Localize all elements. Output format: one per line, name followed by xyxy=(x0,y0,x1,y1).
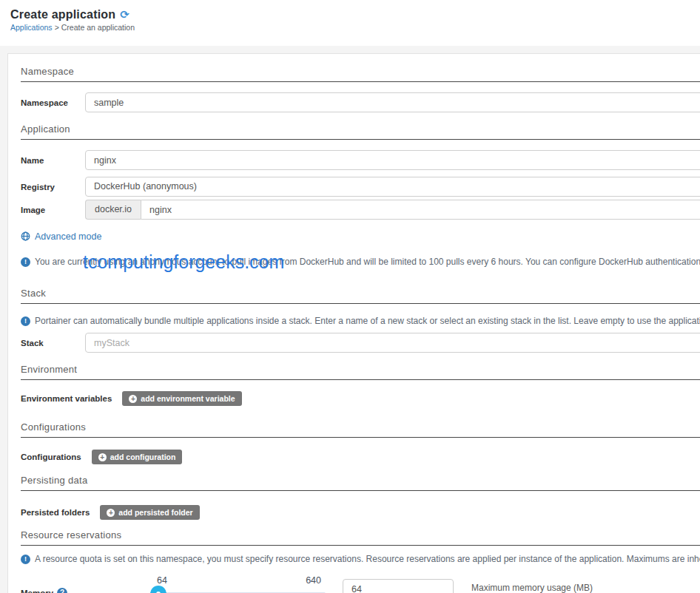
add-configuration-button[interactable]: + add configuration xyxy=(92,450,183,464)
page-title: Create application⟳ xyxy=(10,8,129,21)
page-header: Create application⟳ Applications>Create … xyxy=(0,0,700,46)
add-persisted-folder-button[interactable]: + add persisted folder xyxy=(100,505,199,520)
configurations-row: Configurations + add configuration xyxy=(21,450,700,464)
advanced-mode-link[interactable]: Advanced mode xyxy=(21,231,101,242)
image-input[interactable] xyxy=(141,200,700,220)
configurations-label: Configurations xyxy=(21,453,81,461)
plus-circle-icon: + xyxy=(129,395,137,403)
stack-note: ! Portainer can automatically bundle mul… xyxy=(21,316,700,326)
breadcrumb-current: Create an application xyxy=(61,23,135,32)
memory-slider-max: 640 xyxy=(306,575,321,587)
environment-variables-row: Environment variables + add environment … xyxy=(21,391,700,406)
namespace-input[interactable] xyxy=(85,92,700,112)
stack-note-text: Portainer can automatically bundle multi… xyxy=(35,316,700,326)
memory-help-icon[interactable]: ? xyxy=(57,588,67,593)
registry-label: Registry xyxy=(21,183,85,192)
environment-variables-label: Environment variables xyxy=(21,394,112,403)
image-input-group: docker.io xyxy=(85,200,700,220)
info-icon: ! xyxy=(21,257,30,267)
section-heading-configurations: Configurations xyxy=(21,421,700,438)
globe-icon xyxy=(21,231,30,241)
section-heading-resource-reservations: Resource reservations xyxy=(21,529,700,546)
section-heading-stack: Stack xyxy=(21,288,700,304)
section-heading-application: Application xyxy=(21,123,700,140)
registry-row: Registry DockerHub (anonymous) xyxy=(21,177,700,197)
registry-select[interactable]: DockerHub (anonymous) xyxy=(85,177,700,197)
add-environment-variable-button[interactable]: + add environment variable xyxy=(122,391,241,406)
namespace-label: Namespace xyxy=(21,98,85,107)
memory-value-input[interactable] xyxy=(343,579,454,593)
namespace-row: Namespace xyxy=(21,92,700,112)
watermark-text: tcomputingforgeeks.com xyxy=(83,251,284,273)
name-label: Name xyxy=(21,156,85,165)
plus-circle-icon: + xyxy=(98,453,107,461)
memory-hint: Maximum memory usage (MB) xyxy=(471,575,593,593)
resource-note-text: A resource quota is set on this namespac… xyxy=(35,554,700,564)
breadcrumb-applications-link[interactable]: Applications xyxy=(10,23,53,32)
info-icon: ! xyxy=(21,316,30,326)
info-icon: ! xyxy=(21,555,30,564)
stack-label: Stack xyxy=(21,339,85,348)
plus-circle-icon: + xyxy=(107,509,115,517)
name-row: Name xyxy=(21,150,700,170)
persisted-folders-label: Persisted folders xyxy=(21,508,90,517)
section-heading-persisting-data: Persisting data xyxy=(21,475,700,491)
stack-row: Stack xyxy=(21,333,700,353)
breadcrumb: Applications>Create an application xyxy=(10,23,135,32)
refresh-icon[interactable]: ⟳ xyxy=(120,8,129,21)
create-application-page: Create application⟳ Applications>Create … xyxy=(0,0,700,593)
memory-slider: 64 640 xyxy=(152,575,326,593)
section-heading-environment: Environment xyxy=(21,364,700,380)
image-row: Image docker.io xyxy=(21,200,700,220)
image-label: Image xyxy=(21,206,85,214)
persisted-folders-row: Persisted folders + add persisted folder xyxy=(21,505,700,520)
section-heading-namespace: Namespace xyxy=(21,66,700,82)
image-registry-prefix: docker.io xyxy=(85,200,141,220)
memory-label: Memory ? xyxy=(21,575,152,593)
resource-quota-note: ! A resource quota is set on this namesp… xyxy=(21,554,700,564)
advanced-mode-label: Advanced mode xyxy=(35,231,101,242)
memory-reservation-row: Memory ? 64 640 Maximum memory usage (MB… xyxy=(21,575,700,593)
form-panel: Namespace Namespace Application Name Reg… xyxy=(7,53,700,593)
stack-input[interactable] xyxy=(85,333,700,353)
breadcrumb-separator: > xyxy=(55,23,59,32)
name-input[interactable] xyxy=(85,150,700,170)
advanced-mode-wrap: Advanced mode xyxy=(21,231,700,244)
